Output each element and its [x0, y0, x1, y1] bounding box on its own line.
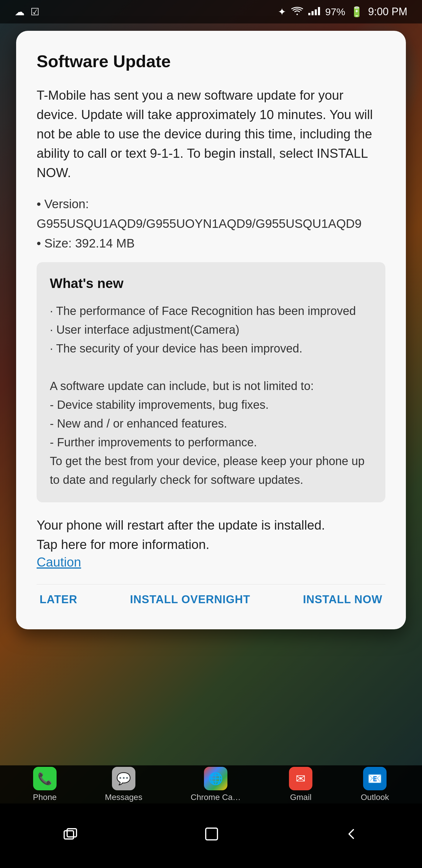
- size-info: • Size: 392.14 MB: [37, 236, 385, 250]
- svg-rect-1: [312, 11, 314, 15]
- version-info: • Version: G955USQU1AQD9/G955UOYN1AQD9/G…: [37, 194, 385, 234]
- svg-rect-0: [308, 13, 310, 15]
- dock-item-gmail[interactable]: ✉ Gmail: [289, 767, 313, 802]
- phone-app-label: Phone: [33, 793, 57, 802]
- dock-item-outlook[interactable]: 📧 Outlook: [361, 767, 389, 802]
- svg-rect-3: [318, 7, 320, 15]
- restart-note: Your phone will restart after the update…: [37, 516, 385, 535]
- dialog-body-text: T-Mobile has sent you a new software upd…: [37, 86, 385, 182]
- tap-info: Tap here for more information.: [37, 537, 385, 552]
- battery-percent: 97%: [325, 6, 345, 18]
- cloud-icon: ☁: [15, 6, 25, 18]
- gmail-app-label: Gmail: [290, 793, 312, 802]
- dialog-buttons: LATER INSTALL OVERNIGHT INSTALL NOW: [37, 584, 385, 615]
- messages-app-icon: 💬: [112, 767, 135, 790]
- recents-button[interactable]: [45, 821, 96, 850]
- svg-rect-5: [67, 829, 76, 837]
- outlook-app-label: Outlook: [361, 793, 389, 802]
- wifi-icon: [291, 6, 303, 18]
- outlook-app-icon: 📧: [363, 767, 387, 790]
- later-button[interactable]: LATER: [37, 587, 80, 612]
- whats-new-items: · The performance of Face Recognition ha…: [50, 302, 372, 489]
- chrome-app-label: Chrome Ca…: [191, 793, 240, 802]
- messages-app-label: Messages: [105, 793, 142, 802]
- status-right-icons: ✦ 97% 🔋 9:00 PM: [278, 6, 407, 18]
- dock-item-messages[interactable]: 💬 Messages: [105, 767, 142, 802]
- app-dock: 📞 Phone 💬 Messages 🌐 Chrome Ca… ✉ Gmail …: [0, 765, 422, 804]
- time-display: 9:00 PM: [368, 6, 407, 18]
- whats-new-title: What's new: [50, 275, 372, 291]
- home-button[interactable]: [187, 821, 236, 851]
- svg-rect-4: [64, 831, 73, 839]
- software-update-dialog: Software Update T-Mobile has sent you a …: [16, 31, 406, 629]
- system-nav-bar: [0, 804, 422, 868]
- status-left-icons: ☁ ☑: [15, 6, 39, 18]
- install-now-button[interactable]: INSTALL NOW: [300, 587, 385, 612]
- status-bar: ☁ ☑ ✦ 97% 🔋 9:00 PM: [0, 0, 422, 24]
- caution-link[interactable]: Caution: [37, 555, 81, 569]
- dock-item-chrome[interactable]: 🌐 Chrome Ca…: [191, 767, 240, 802]
- dock-item-phone[interactable]: 📞 Phone: [33, 767, 57, 802]
- bluetooth-icon: ✦: [278, 6, 286, 18]
- chrome-app-icon: 🌐: [204, 767, 227, 790]
- install-overnight-button[interactable]: INSTALL OVERNIGHT: [127, 587, 253, 612]
- phone-app-icon: 📞: [33, 767, 57, 790]
- svg-rect-2: [315, 9, 317, 15]
- gmail-app-icon: ✉: [289, 767, 313, 790]
- signal-icon: [308, 6, 320, 18]
- svg-rect-6: [206, 828, 218, 840]
- dialog-title: Software Update: [37, 51, 385, 71]
- notification-icon: ☑: [30, 6, 39, 18]
- back-button[interactable]: [327, 821, 377, 851]
- whats-new-box: What's new · The performance of Face Rec…: [37, 262, 385, 502]
- battery-icon: 🔋: [351, 6, 363, 18]
